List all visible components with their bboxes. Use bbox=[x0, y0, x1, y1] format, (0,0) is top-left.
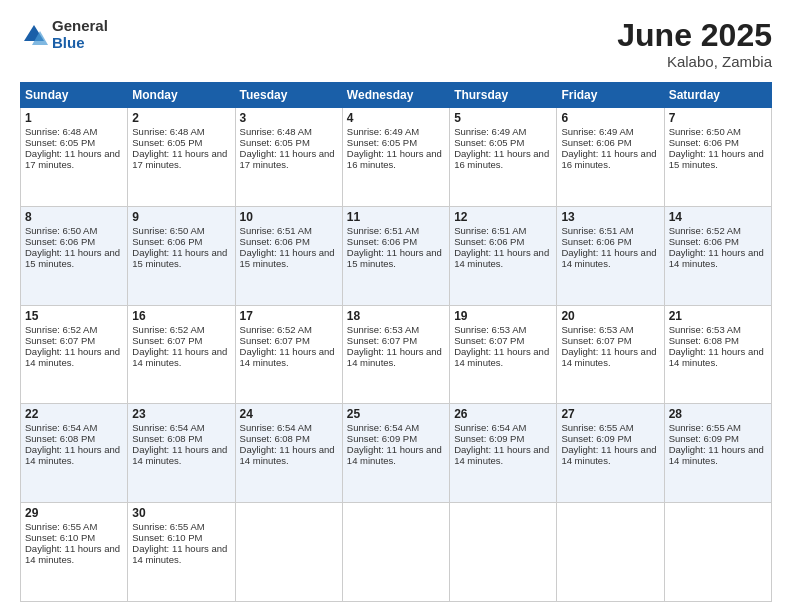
daylight-text: Daylight: 11 hours and 14 minutes. bbox=[454, 247, 549, 269]
sunrise-text: Sunrise: 6:52 AM bbox=[669, 225, 741, 236]
daylight-text: Daylight: 11 hours and 14 minutes. bbox=[132, 444, 227, 466]
daylight-text: Daylight: 11 hours and 15 minutes. bbox=[240, 247, 335, 269]
daylight-text: Daylight: 11 hours and 14 minutes. bbox=[669, 444, 764, 466]
daylight-text: Daylight: 11 hours and 14 minutes. bbox=[454, 346, 549, 368]
daylight-text: Daylight: 11 hours and 15 minutes. bbox=[132, 247, 227, 269]
header: General Blue June 2025 Kalabo, Zambia bbox=[20, 18, 772, 70]
table-cell: 10Sunrise: 6:51 AMSunset: 6:06 PMDayligh… bbox=[235, 206, 342, 305]
sunset-text: Sunset: 6:09 PM bbox=[347, 433, 417, 444]
table-cell: 1Sunrise: 6:48 AMSunset: 6:05 PMDaylight… bbox=[21, 108, 128, 207]
calendar-title: June 2025 bbox=[617, 18, 772, 53]
day-number: 14 bbox=[669, 210, 767, 224]
sunset-text: Sunset: 6:06 PM bbox=[454, 236, 524, 247]
sunset-text: Sunset: 6:10 PM bbox=[25, 532, 95, 543]
sunset-text: Sunset: 6:07 PM bbox=[347, 335, 417, 346]
col-saturday: Saturday bbox=[664, 83, 771, 108]
sunset-text: Sunset: 6:05 PM bbox=[240, 137, 310, 148]
table-cell: 4Sunrise: 6:49 AMSunset: 6:05 PMDaylight… bbox=[342, 108, 449, 207]
day-number: 13 bbox=[561, 210, 659, 224]
day-number: 5 bbox=[454, 111, 552, 125]
daylight-text: Daylight: 11 hours and 14 minutes. bbox=[561, 444, 656, 466]
sunrise-text: Sunrise: 6:50 AM bbox=[132, 225, 204, 236]
sunrise-text: Sunrise: 6:55 AM bbox=[561, 422, 633, 433]
sunset-text: Sunset: 6:06 PM bbox=[25, 236, 95, 247]
daylight-text: Daylight: 11 hours and 16 minutes. bbox=[454, 148, 549, 170]
sunrise-text: Sunrise: 6:51 AM bbox=[347, 225, 419, 236]
sunrise-text: Sunrise: 6:54 AM bbox=[240, 422, 312, 433]
sunrise-text: Sunrise: 6:52 AM bbox=[132, 324, 204, 335]
logo: General Blue bbox=[20, 18, 108, 51]
day-number: 4 bbox=[347, 111, 445, 125]
daylight-text: Daylight: 11 hours and 14 minutes. bbox=[669, 346, 764, 368]
table-cell: 18Sunrise: 6:53 AMSunset: 6:07 PMDayligh… bbox=[342, 305, 449, 404]
day-number: 27 bbox=[561, 407, 659, 421]
day-number: 26 bbox=[454, 407, 552, 421]
table-cell: 7Sunrise: 6:50 AMSunset: 6:06 PMDaylight… bbox=[664, 108, 771, 207]
sunrise-text: Sunrise: 6:52 AM bbox=[25, 324, 97, 335]
day-number: 20 bbox=[561, 309, 659, 323]
table-cell: 6Sunrise: 6:49 AMSunset: 6:06 PMDaylight… bbox=[557, 108, 664, 207]
table-cell: 27Sunrise: 6:55 AMSunset: 6:09 PMDayligh… bbox=[557, 404, 664, 503]
col-friday: Friday bbox=[557, 83, 664, 108]
table-cell: 24Sunrise: 6:54 AMSunset: 6:08 PMDayligh… bbox=[235, 404, 342, 503]
sunset-text: Sunset: 6:07 PM bbox=[132, 335, 202, 346]
sunrise-text: Sunrise: 6:49 AM bbox=[454, 126, 526, 137]
col-tuesday: Tuesday bbox=[235, 83, 342, 108]
col-thursday: Thursday bbox=[450, 83, 557, 108]
sunset-text: Sunset: 6:08 PM bbox=[25, 433, 95, 444]
day-number: 18 bbox=[347, 309, 445, 323]
daylight-text: Daylight: 11 hours and 14 minutes. bbox=[25, 543, 120, 565]
table-cell bbox=[664, 503, 771, 602]
table-cell: 8Sunrise: 6:50 AMSunset: 6:06 PMDaylight… bbox=[21, 206, 128, 305]
day-number: 30 bbox=[132, 506, 230, 520]
day-number: 29 bbox=[25, 506, 123, 520]
sunset-text: Sunset: 6:06 PM bbox=[561, 236, 631, 247]
sunrise-text: Sunrise: 6:51 AM bbox=[561, 225, 633, 236]
sunset-text: Sunset: 6:05 PM bbox=[454, 137, 524, 148]
sunrise-text: Sunrise: 6:48 AM bbox=[25, 126, 97, 137]
col-wednesday: Wednesday bbox=[342, 83, 449, 108]
sunset-text: Sunset: 6:06 PM bbox=[347, 236, 417, 247]
table-cell: 13Sunrise: 6:51 AMSunset: 6:06 PMDayligh… bbox=[557, 206, 664, 305]
daylight-text: Daylight: 11 hours and 15 minutes. bbox=[25, 247, 120, 269]
sunrise-text: Sunrise: 6:53 AM bbox=[347, 324, 419, 335]
table-cell: 19Sunrise: 6:53 AMSunset: 6:07 PMDayligh… bbox=[450, 305, 557, 404]
sunrise-text: Sunrise: 6:49 AM bbox=[561, 126, 633, 137]
table-cell: 30Sunrise: 6:55 AMSunset: 6:10 PMDayligh… bbox=[128, 503, 235, 602]
sunset-text: Sunset: 6:07 PM bbox=[240, 335, 310, 346]
daylight-text: Daylight: 11 hours and 14 minutes. bbox=[132, 346, 227, 368]
daylight-text: Daylight: 11 hours and 15 minutes. bbox=[347, 247, 442, 269]
col-sunday: Sunday bbox=[21, 83, 128, 108]
sunrise-text: Sunrise: 6:55 AM bbox=[669, 422, 741, 433]
sunset-text: Sunset: 6:10 PM bbox=[132, 532, 202, 543]
day-number: 23 bbox=[132, 407, 230, 421]
sunrise-text: Sunrise: 6:52 AM bbox=[240, 324, 312, 335]
day-number: 1 bbox=[25, 111, 123, 125]
sunset-text: Sunset: 6:06 PM bbox=[240, 236, 310, 247]
table-cell: 5Sunrise: 6:49 AMSunset: 6:05 PMDaylight… bbox=[450, 108, 557, 207]
day-number: 25 bbox=[347, 407, 445, 421]
daylight-text: Daylight: 11 hours and 14 minutes. bbox=[561, 247, 656, 269]
day-number: 24 bbox=[240, 407, 338, 421]
sunrise-text: Sunrise: 6:53 AM bbox=[561, 324, 633, 335]
table-cell: 29Sunrise: 6:55 AMSunset: 6:10 PMDayligh… bbox=[21, 503, 128, 602]
table-cell: 3Sunrise: 6:48 AMSunset: 6:05 PMDaylight… bbox=[235, 108, 342, 207]
day-number: 8 bbox=[25, 210, 123, 224]
day-number: 21 bbox=[669, 309, 767, 323]
daylight-text: Daylight: 11 hours and 17 minutes. bbox=[25, 148, 120, 170]
table-cell bbox=[235, 503, 342, 602]
daylight-text: Daylight: 11 hours and 14 minutes. bbox=[347, 444, 442, 466]
title-block: June 2025 Kalabo, Zambia bbox=[617, 18, 772, 70]
daylight-text: Daylight: 11 hours and 16 minutes. bbox=[347, 148, 442, 170]
sunrise-text: Sunrise: 6:48 AM bbox=[240, 126, 312, 137]
day-number: 7 bbox=[669, 111, 767, 125]
table-cell: 20Sunrise: 6:53 AMSunset: 6:07 PMDayligh… bbox=[557, 305, 664, 404]
day-number: 10 bbox=[240, 210, 338, 224]
table-cell: 23Sunrise: 6:54 AMSunset: 6:08 PMDayligh… bbox=[128, 404, 235, 503]
daylight-text: Daylight: 11 hours and 17 minutes. bbox=[240, 148, 335, 170]
daylight-text: Daylight: 11 hours and 14 minutes. bbox=[347, 346, 442, 368]
table-cell: 21Sunrise: 6:53 AMSunset: 6:08 PMDayligh… bbox=[664, 305, 771, 404]
sunrise-text: Sunrise: 6:50 AM bbox=[669, 126, 741, 137]
sunrise-text: Sunrise: 6:53 AM bbox=[454, 324, 526, 335]
sunset-text: Sunset: 6:08 PM bbox=[669, 335, 739, 346]
